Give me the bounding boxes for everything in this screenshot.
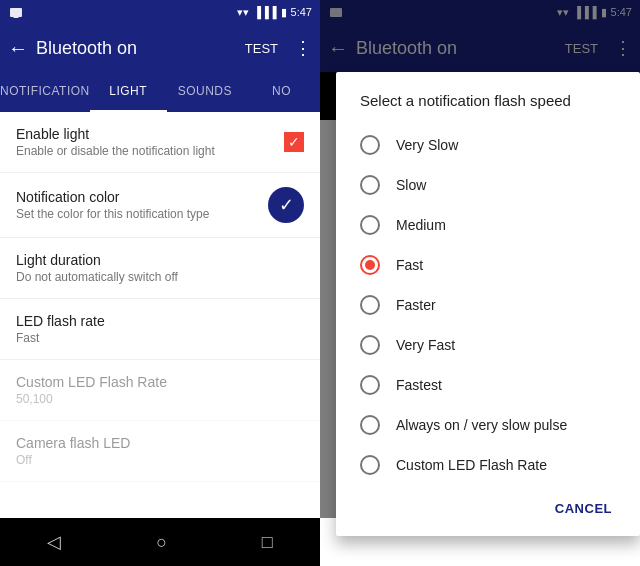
svg-marker-1 (13, 17, 19, 18)
radio-custom-led[interactable] (360, 455, 380, 475)
custom-led-flash-setting: Custom LED Flash Rate 50,100 (0, 360, 320, 421)
radio-faster[interactable] (360, 295, 380, 315)
notification-color-subtitle: Set the color for this notification type (16, 207, 268, 221)
option-very-fast[interactable]: Very Fast (336, 325, 640, 365)
camera-flash-led-setting: Camera flash LED Off (0, 421, 320, 482)
left-panel: ▾▾ ▐▐▐ ▮ 5:47 ← Bluetooth on TEST ⋮ Noti… (0, 0, 320, 566)
time-left: 5:47 (291, 6, 312, 18)
option-custom-led[interactable]: Custom LED Flash Rate (336, 445, 640, 485)
tab-no[interactable]: No (243, 72, 320, 112)
dialog-actions: CANCEL (336, 485, 640, 528)
notification-color-title: Notification color (16, 189, 268, 205)
enable-light-checkbox[interactable] (284, 132, 304, 152)
option-always-on[interactable]: Always on / very slow pulse (336, 405, 640, 445)
option-slow[interactable]: Slow (336, 165, 640, 205)
right-panel: ▾▾ ▐▐▐ ▮ 5:47 ← Bluetooth on TEST ⋮ Sele… (320, 0, 640, 566)
option-medium[interactable]: Medium (336, 205, 640, 245)
cancel-button[interactable]: CANCEL (543, 493, 624, 524)
tab-light[interactable]: Light (90, 72, 167, 112)
battery-icon: ▮ (281, 6, 287, 19)
radio-always-on[interactable] (360, 415, 380, 435)
color-circle[interactable]: ✓ (268, 187, 304, 223)
test-button-left[interactable]: TEST (237, 37, 286, 60)
light-duration-setting[interactable]: Light duration Do not automatically swit… (0, 238, 320, 299)
tab-sounds[interactable]: Sounds (167, 72, 244, 112)
notification-icon (8, 6, 24, 18)
radio-fastest[interactable] (360, 375, 380, 395)
option-very-slow[interactable]: Very Slow (336, 125, 640, 165)
settings-content: Enable light Enable or disable the notif… (0, 112, 320, 518)
label-always-on: Always on / very slow pulse (396, 417, 567, 433)
led-flash-subtitle: Fast (16, 331, 304, 345)
label-fastest: Fastest (396, 377, 442, 393)
light-duration-title: Light duration (16, 252, 304, 268)
wifi-icon: ▾▾ (237, 6, 249, 19)
label-slow: Slow (396, 177, 426, 193)
enable-light-title: Enable light (16, 126, 284, 142)
radio-fast[interactable] (360, 255, 380, 275)
recents-nav-btn-left[interactable]: □ (262, 532, 273, 553)
custom-led-title: Custom LED Flash Rate (16, 374, 304, 390)
left-status-bar: ▾▾ ▐▐▐ ▮ 5:47 (0, 0, 320, 24)
dialog-title: Select a notification flash speed (336, 72, 640, 125)
overflow-menu-left[interactable]: ⋮ (294, 37, 312, 59)
back-nav-btn-left[interactable]: ◁ (47, 531, 61, 553)
radio-very-slow[interactable] (360, 135, 380, 155)
label-fast: Fast (396, 257, 423, 273)
led-flash-title: LED flash rate (16, 313, 304, 329)
option-fastest[interactable]: Fastest (336, 365, 640, 405)
left-app-title: Bluetooth on (36, 38, 229, 59)
radio-fast-inner (365, 260, 375, 270)
radio-medium[interactable] (360, 215, 380, 235)
led-flash-rate-setting[interactable]: LED flash rate Fast (0, 299, 320, 360)
option-faster[interactable]: Faster (336, 285, 640, 325)
left-status-left (8, 6, 24, 18)
left-app-bar: ← Bluetooth on TEST ⋮ (0, 24, 320, 72)
camera-flash-subtitle: Off (16, 453, 304, 467)
svg-rect-0 (10, 8, 22, 17)
radio-slow[interactable] (360, 175, 380, 195)
tab-notification[interactable]: Notification (0, 72, 90, 112)
camera-flash-title: Camera flash LED (16, 435, 304, 451)
light-duration-subtitle: Do not automatically switch off (16, 270, 304, 284)
left-status-right: ▾▾ ▐▐▐ ▮ 5:47 (237, 6, 312, 19)
enable-light-subtitle: Enable or disable the notification light (16, 144, 284, 158)
label-custom-led: Custom LED Flash Rate (396, 457, 547, 473)
enable-light-setting[interactable]: Enable light Enable or disable the notif… (0, 112, 320, 173)
radio-very-fast[interactable] (360, 335, 380, 355)
option-fast[interactable]: Fast (336, 245, 640, 285)
label-very-slow: Very Slow (396, 137, 458, 153)
back-button[interactable]: ← (8, 37, 28, 60)
flash-speed-dialog: Select a notification flash speed Very S… (336, 72, 640, 536)
label-medium: Medium (396, 217, 446, 233)
home-nav-btn-left[interactable]: ○ (156, 532, 167, 553)
left-bottom-nav: ◁ ○ □ (0, 518, 320, 566)
signal-icon: ▐▐▐ (253, 6, 276, 18)
custom-led-subtitle: 50,100 (16, 392, 304, 406)
label-faster: Faster (396, 297, 436, 313)
label-very-fast: Very Fast (396, 337, 455, 353)
left-tabs-bar: Notification Light Sounds No (0, 72, 320, 112)
notification-color-setting[interactable]: Notification color Set the color for thi… (0, 173, 320, 238)
